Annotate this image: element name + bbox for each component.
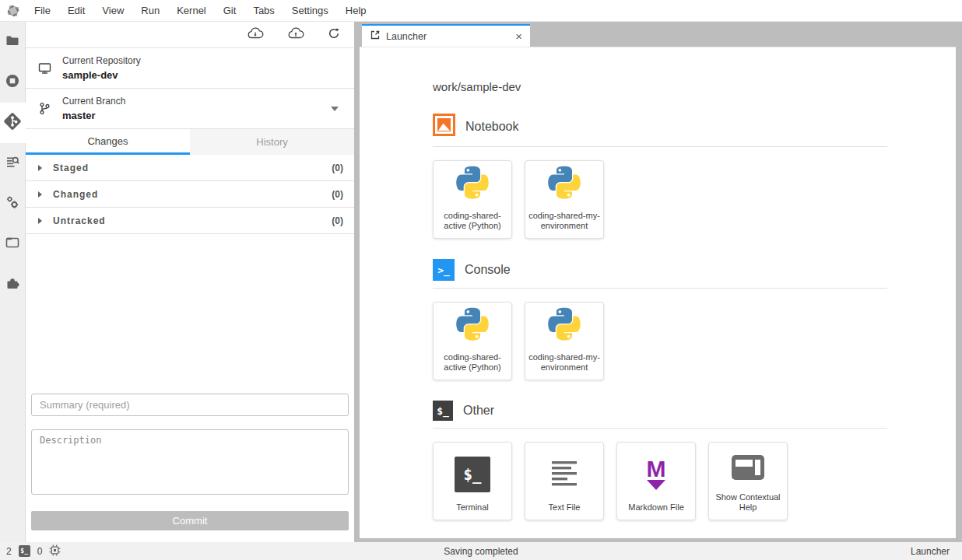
terminal-section-icon: $_ (433, 401, 453, 421)
commit-button[interactable]: Commit (31, 511, 349, 530)
section-divider (433, 146, 887, 147)
launcher-card-kernel-2[interactable]: coding-shared-my-environment (525, 160, 604, 239)
section-title-console: Console (465, 263, 511, 277)
card-label: Text File (546, 502, 583, 520)
commit-summary-input[interactable] (31, 394, 349, 416)
section-staged[interactable]: Staged (0) (26, 155, 354, 181)
text-lines-icon (548, 457, 581, 492)
section-divider (433, 428, 887, 429)
launcher-card-text-file[interactable]: Text File (525, 442, 604, 520)
sidebar-tab-file-browser[interactable] (0, 22, 25, 62)
sidebar-tab-running-sessions[interactable] (0, 62, 25, 103)
sidebar-tab-open-tabs[interactable] (0, 224, 25, 264)
card-label: coding-shared-active (Python) (434, 211, 511, 238)
launcher-card-console-kernel-2[interactable]: coding-shared-my-environment (525, 302, 604, 380)
changed-label: Changed (53, 189, 98, 200)
main-dock-area: Launcher × work/sample-dev Notebook (354, 22, 962, 542)
python-icon (544, 307, 585, 351)
git-panel: Current Repository sample-dev Current Br… (26, 22, 354, 542)
tab-history[interactable]: History (190, 129, 354, 155)
menu-help[interactable]: Help (337, 0, 375, 21)
caret-right-icon (38, 218, 42, 224)
git-icon (2, 111, 23, 135)
launcher-panel: work/sample-dev Notebook (360, 47, 956, 538)
tab-changes[interactable]: Changes (26, 129, 190, 155)
untracked-label: Untracked (53, 215, 106, 226)
console-icon: >_ (433, 259, 455, 281)
menu-bar: File Edit View Run Kernel Git Tabs Setti… (0, 0, 962, 22)
repo-name: sample-dev (62, 69, 141, 81)
launcher-cwd: work/sample-dev (433, 80, 887, 93)
branch-name: master (62, 110, 125, 121)
caret-right-icon (38, 165, 42, 171)
current-branch-row[interactable]: Current Branch master (26, 89, 354, 129)
branch-label: Current Branch (62, 96, 125, 107)
terminal-icon: $_ (455, 457, 490, 492)
refresh-icon[interactable] (328, 27, 340, 43)
section-title-notebook: Notebook (465, 120, 519, 134)
branch-icon (36, 102, 53, 115)
card-label: Terminal (454, 502, 491, 520)
section-divider (433, 288, 887, 289)
tab-launcher[interactable]: Launcher × (362, 24, 530, 47)
terminal-status-icon: $_ (19, 545, 30, 557)
caret-right-icon (38, 191, 42, 198)
section-changed[interactable]: Changed (0) (26, 181, 354, 208)
launcher-card-console-kernel-1[interactable]: coding-shared-active (Python) (433, 302, 512, 380)
menu-settings[interactable]: Settings (283, 0, 337, 21)
close-icon[interactable]: × (515, 30, 522, 42)
card-label: coding-shared-my-environment (525, 211, 603, 238)
python-icon (544, 166, 585, 209)
cloud-upload-icon[interactable] (287, 27, 304, 43)
puzzle-icon (5, 276, 19, 293)
launcher-card-contextual-help[interactable]: Show Contextual Help (708, 442, 788, 520)
card-label: Show Contextual Help (709, 492, 787, 520)
current-repository-row: Current Repository sample-dev (26, 48, 354, 89)
changed-count: (0) (332, 189, 343, 200)
sidebar-tab-git[interactable] (0, 103, 26, 143)
launcher-section-notebook: Notebook coding-shared-active (Python) (433, 114, 887, 239)
staged-label: Staged (53, 163, 89, 173)
menu-git[interactable]: Git (215, 0, 245, 21)
card-label: coding-shared-active (Python) (434, 352, 511, 380)
menu-file[interactable]: File (26, 0, 59, 21)
launcher-card-terminal[interactable]: $_ Terminal (433, 442, 512, 520)
cloud-download-icon[interactable] (247, 27, 264, 43)
commit-form: Commit (26, 394, 354, 542)
desktop-icon (36, 62, 53, 75)
launcher-section-console: >_ Console coding-shared-active (Python) (433, 259, 887, 380)
sidebar-tab-inspector[interactable] (0, 143, 25, 184)
menu-edit[interactable]: Edit (59, 0, 93, 21)
commit-description-input[interactable] (31, 429, 349, 495)
staged-count: (0) (332, 163, 343, 173)
gears-icon (5, 195, 19, 212)
launcher-card-markdown[interactable]: M Markdown File (616, 442, 696, 520)
sidebar-tab-property-inspector[interactable] (0, 184, 25, 224)
tab-launcher-label: Launcher (386, 31, 427, 42)
status-message: Saving completed (444, 542, 518, 560)
notebook-icon (433, 114, 455, 139)
python-icon (452, 166, 493, 209)
repo-label: Current Repository (62, 55, 141, 66)
git-toolbar (26, 22, 354, 48)
menu-kernel[interactable]: Kernel (168, 0, 215, 21)
menu-view[interactable]: View (93, 0, 132, 21)
menu-tabs[interactable]: Tabs (244, 0, 283, 21)
sidebar-tab-extensions[interactable] (0, 264, 25, 305)
launcher-section-other: $_ Other $_ Terminal (433, 401, 887, 520)
terminals-count: 2 (6, 546, 12, 557)
untracked-count: (0) (332, 215, 343, 226)
launcher-card-kernel-1[interactable]: coding-shared-active (Python) (433, 160, 512, 239)
card-label: coding-shared-my-environment (525, 352, 603, 380)
list-search-icon (5, 155, 19, 172)
window-icon (5, 236, 19, 252)
stop-circle-icon (5, 74, 19, 91)
running-sessions-status[interactable]: 2 $_ 0 (0, 544, 61, 558)
kernel-chip-icon (49, 544, 61, 558)
section-untracked[interactable]: Untracked (0) (26, 208, 354, 234)
menu-run[interactable]: Run (132, 0, 168, 21)
jupyterhub-logo-icon (0, 4, 26, 18)
left-sidebar (0, 22, 26, 542)
git-panel-empty-space (26, 234, 354, 394)
chevron-down-icon[interactable] (331, 107, 339, 111)
